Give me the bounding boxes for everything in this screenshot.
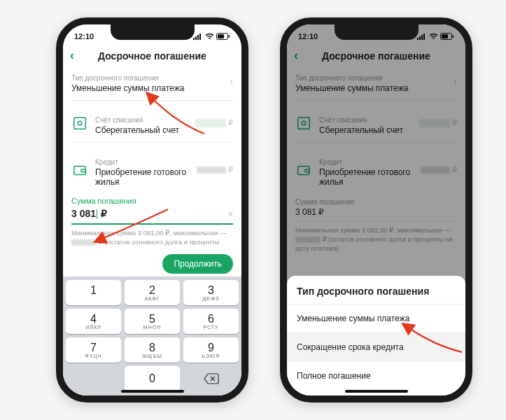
continue-button[interactable]: Продолжить (162, 254, 233, 274)
status-time: 12:10 (74, 32, 94, 41)
key-9[interactable]: 9ЬЭЮЯ (183, 337, 239, 363)
home-indicator[interactable] (345, 390, 408, 393)
sheet-title: Тип досрочного погашения (287, 276, 465, 304)
nav-bar: ‹ Досрочное погашение (287, 44, 465, 69)
numeric-keyboard: 1 2АБВГ 3ДЕЖЗ 4ИЙКЛ 5МНОП 6РСТУ 7ФХЦЧ 8Ш… (63, 276, 241, 396)
credit-label: Кредит (95, 158, 190, 166)
key-4[interactable]: 4ИЙКЛ (66, 309, 121, 334)
svg-rect-18 (298, 117, 310, 129)
battery-icon (216, 33, 230, 40)
backspace-icon (204, 373, 219, 384)
divider (295, 221, 457, 222)
svg-rect-16 (453, 35, 454, 38)
wifi-icon (429, 33, 438, 40)
sheet-option-full[interactable]: Полное погашение (287, 361, 465, 390)
svg-rect-21 (305, 169, 309, 172)
account-row[interactable]: Счёт списания Сберегательный счет ₽ (71, 111, 233, 135)
amount-value: 3 081 ₽ (71, 208, 107, 219)
svg-rect-5 (229, 35, 230, 38)
status-icons (417, 33, 454, 40)
phone-left: 12:10 ‹ Досрочное погашение Тип досрочно… (56, 18, 248, 402)
signal-icon (417, 33, 427, 40)
clear-icon[interactable]: × (227, 209, 233, 219)
amount-value: 3 081 ₽ (295, 207, 457, 217)
svg-rect-2 (197, 35, 199, 40)
svg-rect-14 (423, 34, 425, 40)
key-8[interactable]: 8ШЩЪЫ (125, 337, 180, 363)
repayment-type-row[interactable]: Тип досрочного погашения Уменьшение сумм… (295, 69, 457, 101)
key-backspace[interactable] (183, 366, 239, 391)
key-7[interactable]: 7ФХЦЧ (66, 337, 121, 363)
type-bottom-sheet: Тип досрочного погашения Уменьшение сумм… (287, 276, 465, 396)
svg-rect-10 (81, 169, 85, 172)
page-title: Досрочное погашение (70, 50, 234, 62)
svg-rect-12 (419, 36, 421, 40)
svg-rect-1 (195, 36, 197, 40)
svg-rect-9 (74, 166, 86, 174)
screen-right: 12:10 ‹ Досрочное погашение Тип досрочно… (287, 24, 465, 396)
amount-input[interactable]: 3 081 ₽ × (71, 205, 233, 225)
amount-label: Сумма погашения (295, 198, 457, 206)
repayment-type-row[interactable]: Тип досрочного погашения Уменьшение сумм… (71, 69, 233, 101)
svg-rect-17 (442, 34, 448, 38)
account-icon (71, 115, 88, 132)
key-2[interactable]: 2АБВГ (125, 280, 180, 305)
key-empty (66, 366, 121, 391)
svg-rect-7 (74, 117, 86, 129)
svg-rect-11 (417, 38, 419, 40)
status-icons (193, 33, 230, 40)
key-1[interactable]: 1 (66, 280, 121, 305)
key-6[interactable]: 6РСТУ (183, 309, 239, 334)
nav-bar: ‹ Досрочное погашение (63, 44, 241, 69)
type-value: Уменьшение суммы платежа (71, 83, 184, 93)
wallet-icon (295, 162, 312, 178)
type-label: Тип досрочного погашения (71, 74, 184, 82)
key-5[interactable]: 5МНОП (125, 309, 180, 334)
account-row[interactable]: Счёт списания Сберегательный счет ₽ (295, 111, 457, 135)
wifi-icon (205, 33, 214, 40)
svg-point-19 (302, 121, 306, 125)
svg-rect-0 (193, 38, 195, 40)
content-left: Тип досрочного погашения Уменьшение сумм… (63, 69, 241, 276)
credit-row[interactable]: Кредит Приобретение готового жилья ₽ (71, 153, 233, 187)
signal-icon (193, 33, 203, 40)
account-balance: ₽ (419, 118, 457, 127)
notch (335, 24, 419, 40)
svg-rect-13 (421, 35, 423, 40)
svg-rect-6 (218, 34, 224, 38)
credit-label: Кредит (319, 158, 414, 166)
key-0[interactable]: 0 (125, 366, 180, 391)
account-value: Сберегательный счет (95, 125, 188, 135)
amount-hint: Минимальная сумма 3 081,00 ₽, максимальн… (295, 226, 457, 253)
battery-icon (440, 33, 454, 40)
account-icon (295, 115, 312, 132)
svg-rect-3 (199, 34, 201, 40)
divider (71, 142, 233, 143)
amount-label: Сумма погашения (71, 197, 233, 205)
notch (111, 24, 195, 40)
credit-value: Приобретение готового жилья (95, 167, 190, 187)
svg-rect-20 (298, 166, 310, 174)
sheet-option-reduce-term[interactable]: Сокращение срока кредита (287, 332, 465, 361)
screen-left: 12:10 ‹ Досрочное погашение Тип досрочно… (63, 24, 241, 396)
credit-balance: ₽ (197, 165, 233, 174)
chevron-right-icon: › (454, 76, 457, 87)
status-time: 12:10 (298, 32, 318, 41)
account-value: Сберегательный счет (319, 125, 412, 135)
page-title: Досрочное погашение (294, 50, 458, 62)
home-indicator[interactable] (121, 390, 184, 393)
account-label: Счёт списания (319, 116, 412, 124)
phone-right: 12:10 ‹ Досрочное погашение Тип досрочно… (280, 18, 472, 402)
account-balance: ₽ (195, 118, 233, 127)
svg-point-8 (78, 121, 82, 125)
chevron-right-icon: › (230, 76, 233, 87)
amount-hint: Минимальная сумма 3 081,00 ₽, максимальн… (71, 229, 233, 247)
type-label: Тип досрочного погашения (295, 74, 408, 82)
divider (295, 142, 457, 143)
key-3[interactable]: 3ДЕЖЗ (183, 280, 239, 305)
credit-row[interactable]: Кредит Приобретение готового жилья ₽ (295, 153, 457, 187)
type-value: Уменьшение суммы платежа (295, 83, 408, 93)
sheet-option-reduce-payment[interactable]: Уменьшение суммы платежа (287, 304, 465, 332)
account-label: Счёт списания (95, 116, 188, 124)
credit-value: Приобретение готового жилья (319, 167, 414, 187)
